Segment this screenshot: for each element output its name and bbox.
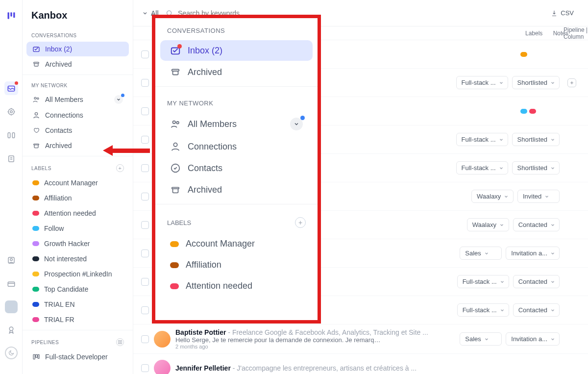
sidebar-label-item[interactable]: Attention needed (26, 206, 129, 221)
label-text: Affiliation (44, 194, 72, 202)
ov-archived[interactable]: Archived (160, 62, 313, 82)
label-color-dot (32, 287, 39, 292)
stage-select[interactable]: Invitation a... (506, 247, 560, 260)
note-button[interactable] (567, 78, 576, 87)
row-checkbox[interactable] (141, 193, 149, 200)
pipeline-rail-icon[interactable] (4, 128, 18, 142)
stage-select[interactable]: Shortlisted (512, 133, 560, 146)
row-checkbox[interactable] (141, 107, 149, 115)
inbox-rail-icon[interactable] (4, 81, 18, 95)
row-checkbox[interactable] (141, 164, 149, 172)
label-text: Attention needed (44, 209, 96, 217)
label-color-dot (170, 262, 179, 268)
sidebar-label-item[interactable]: Growth Hacker (26, 236, 129, 251)
svg-point-31 (173, 143, 177, 147)
row-checkbox[interactable] (141, 249, 149, 257)
people-icon (32, 96, 40, 103)
row-checkbox[interactable] (141, 335, 149, 343)
stage-select[interactable]: Shortlisted (512, 76, 560, 89)
chevron-down-icon[interactable] (290, 118, 303, 130)
row-label-pill (520, 109, 527, 114)
svg-rect-7 (12, 133, 15, 138)
add-label-button[interactable]: + (116, 164, 124, 172)
label-text: Prospection #LinkedIn (44, 270, 112, 278)
sidebar-pipeline-item[interactable]: Full-stack Developer (26, 349, 129, 364)
sidebar-connections[interactable]: Connections (26, 108, 129, 123)
contact-row[interactable]: Jennifer Pelletier - J'accompagne les en… (133, 354, 588, 374)
row-label-pill (520, 52, 527, 57)
user-avatar[interactable] (5, 300, 18, 313)
stage-select[interactable]: Contacted (513, 275, 560, 288)
pipeline-select[interactable]: Waalaxy (471, 190, 514, 203)
svg-rect-22 (33, 354, 35, 359)
stage-select[interactable]: Contacted (513, 303, 560, 317)
theme-toggle-icon[interactable] (5, 347, 18, 359)
pipeline-select[interactable]: Full-stack ... (456, 76, 508, 89)
row-checkbox[interactable] (141, 364, 149, 372)
pipeline-select[interactable]: Full-stack ... (457, 275, 509, 288)
logo-icon[interactable] (4, 9, 18, 23)
pipeline-select[interactable]: Full-stack ... (456, 133, 508, 146)
ov-inbox[interactable]: Inbox (2) (160, 40, 313, 61)
sidebar-label-item[interactable]: Account Manager (26, 175, 129, 190)
sidebar-label-item[interactable]: TRIAL EN (26, 297, 129, 312)
label-text: Growth Hacker (44, 240, 90, 248)
ov-contacts[interactable]: Contacts (160, 158, 313, 178)
sidebar-archived[interactable]: Archived (26, 57, 129, 72)
svg-rect-2 (13, 12, 15, 18)
target-rail-icon[interactable] (4, 105, 18, 119)
add-pipeline-button[interactable] (116, 338, 124, 346)
row-checkbox[interactable] (141, 306, 149, 314)
row-checkbox[interactable] (141, 221, 149, 229)
label-color-dot (170, 241, 179, 247)
label-color-dot (32, 256, 39, 261)
ov-net-archived[interactable]: Archived (160, 179, 313, 200)
stage-select[interactable]: Shortlisted (512, 161, 560, 175)
archive-icon (32, 60, 40, 68)
csv-export-button[interactable]: CSV (545, 6, 579, 20)
sidebar: Kanbox CONVERSATIONS Inbox (2) Archived … (23, 0, 133, 374)
network-heading: MY NETWORK (23, 78, 133, 91)
billing-rail-icon[interactable] (4, 277, 18, 291)
sidebar-label-item[interactable]: Not interested (26, 251, 129, 266)
ov-label-item[interactable]: Affiliation (160, 255, 313, 275)
heart-icon (32, 126, 40, 134)
pipeline-select[interactable]: Sales (460, 332, 502, 346)
ov-all-members[interactable]: All Members (160, 113, 313, 135)
pipeline-select[interactable]: Sales (460, 247, 502, 260)
contact-row[interactable]: Baptiste Pottier - Freelance Google & Fa… (133, 324, 588, 354)
stage-select[interactable]: Invitation a... (506, 332, 560, 346)
stage-select[interactable]: Invited (517, 190, 560, 203)
sidebar-inbox[interactable]: Inbox (2) (26, 42, 129, 56)
svg-point-25 (167, 10, 171, 15)
award-rail-icon[interactable] (4, 323, 18, 337)
sidebar-all-members[interactable]: All Members (26, 92, 129, 107)
sidebar-label-item[interactable]: TRIAL FR (26, 312, 129, 327)
row-checkbox[interactable] (141, 136, 149, 144)
ov-conversations-heading: CONVERSATIONS (155, 18, 318, 39)
ov-connections[interactable]: Connections (160, 136, 313, 157)
sidebar-label-item[interactable]: Top Candidate (26, 282, 129, 297)
notes-rail-icon[interactable] (4, 152, 18, 166)
row-checkbox[interactable] (141, 79, 149, 87)
sidebar-contacts[interactable]: Contacts (26, 123, 129, 138)
sidebar-label-item[interactable]: Affiliation (26, 191, 129, 205)
row-checkbox[interactable] (141, 50, 149, 58)
svg-rect-1 (10, 12, 12, 16)
sidebar-label-item[interactable]: Prospection #LinkedIn (26, 267, 129, 281)
heart-icon (170, 163, 181, 174)
svg-point-10 (10, 258, 12, 261)
add-label-button[interactable]: + (295, 217, 306, 228)
ov-label-item[interactable]: Account Manager (160, 234, 313, 254)
chevron-down-icon[interactable] (114, 95, 123, 104)
sidebar-label-item[interactable]: Follow (26, 221, 129, 236)
col-labels: Labels (525, 30, 542, 37)
pipeline-select[interactable]: Full-stack ... (457, 303, 509, 317)
ov-network-heading: MY NETWORK (155, 91, 318, 112)
contacts-rail-icon[interactable] (4, 253, 18, 267)
pipeline-select[interactable]: Full-stack ... (456, 161, 508, 175)
stage-select[interactable]: Contacted (513, 218, 560, 231)
row-checkbox[interactable] (141, 278, 149, 286)
ov-label-item[interactable]: Attention needed (160, 276, 313, 296)
pipeline-select[interactable]: Waalaxy (467, 218, 509, 231)
